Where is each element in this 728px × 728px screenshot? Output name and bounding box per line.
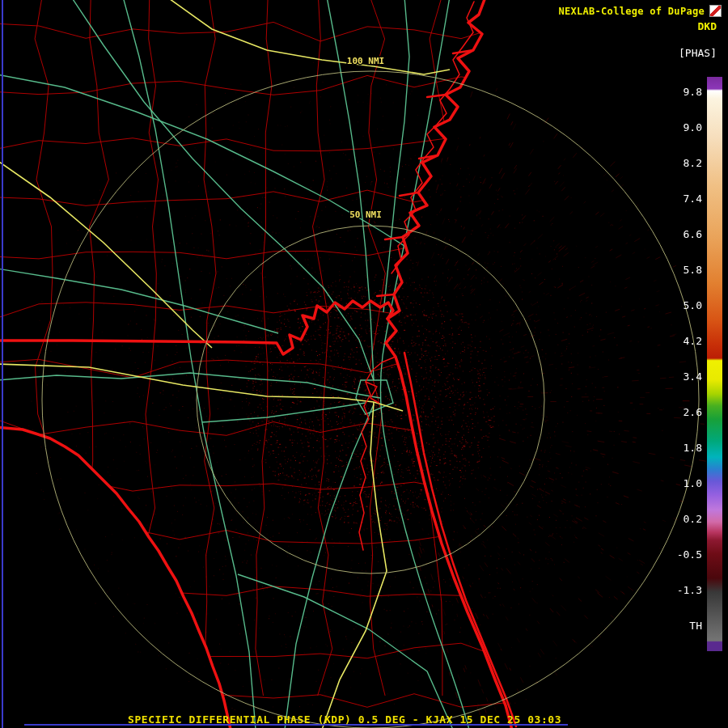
colorbar-tick: TH <box>670 620 702 631</box>
range-rings: 100 NMI 50 NMI <box>42 56 699 728</box>
marsh-channel-line <box>392 2 474 273</box>
state-county-coastlines <box>0 0 516 728</box>
colorbar-tick: 0.2 <box>670 514 702 524</box>
brand-text: NEXLAB-College of DuPage <box>558 6 705 17</box>
overlay-line-vertical <box>2 0 3 728</box>
gulf-coastline <box>0 427 231 728</box>
radar-display[interactable]: 100 NMI 50 NMI NEXLAB-College of DuPage … <box>0 0 728 728</box>
colorbar-tick: 9.0 <box>670 122 702 133</box>
colorbar-tick: -0.5 <box>670 549 702 560</box>
estuary-5 <box>385 237 403 239</box>
product-code: DKD <box>698 20 717 32</box>
colorbar-tick: 8.2 <box>670 158 702 168</box>
colorbar-tick: 4.2 <box>670 336 702 346</box>
colorbar-tick: 1.8 <box>670 442 702 453</box>
units-label: [PHAS] <box>679 47 717 59</box>
colorbar-tick: 9.8 <box>670 87 702 97</box>
colorbar-tick: 3.4 <box>670 371 702 382</box>
header: NEXLAB-College of DuPage <box>558 5 722 17</box>
county-boundaries <box>0 0 508 711</box>
colorbar-tick: 5.8 <box>670 265 702 275</box>
colorbar-tick: -1.3 <box>670 585 702 595</box>
colorbar-tick: 6.6 <box>670 229 702 239</box>
colorbar-tick: 2.6 <box>670 407 702 417</box>
colorbar-gradient <box>707 77 722 651</box>
colorbar-tick: 5.0 <box>670 300 702 311</box>
estuary-6 <box>377 294 394 296</box>
range-ring-100nmi <box>42 71 699 728</box>
radar-map: 100 NMI 50 NMI <box>0 0 728 728</box>
product-title: SPECIFIC DIFFERENTIAL PHASE (KDP) 0.5 DE… <box>128 713 561 726</box>
range-ring-label-50: 50 NMI <box>349 210 382 220</box>
colorbar-tick: 1.0 <box>670 478 702 489</box>
colorbar-tick: 7.4 <box>670 193 702 204</box>
estuary-4 <box>400 193 418 196</box>
range-ring-label-100: 100 NMI <box>347 56 384 66</box>
cod-logo-icon <box>709 5 722 17</box>
st-johns-river <box>359 357 396 550</box>
colorbar-ticks: 9.89.08.27.46.65.85.04.23.42.61.81.00.2-… <box>670 77 702 651</box>
